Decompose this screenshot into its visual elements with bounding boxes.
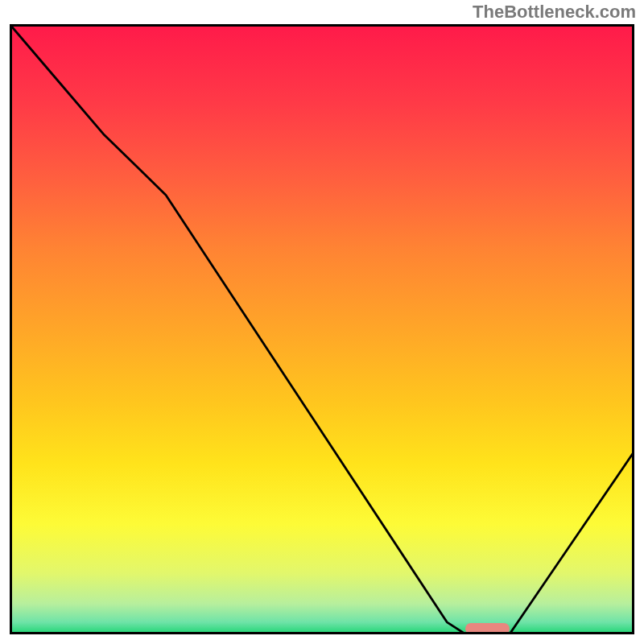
bottleneck-curve — [10, 24, 634, 634]
optimal-marker — [465, 623, 509, 634]
plot-area — [10, 24, 634, 634]
chart-container: TheBottleneck.com — [0, 0, 644, 644]
watermark-text: TheBottleneck.com — [473, 2, 636, 23]
